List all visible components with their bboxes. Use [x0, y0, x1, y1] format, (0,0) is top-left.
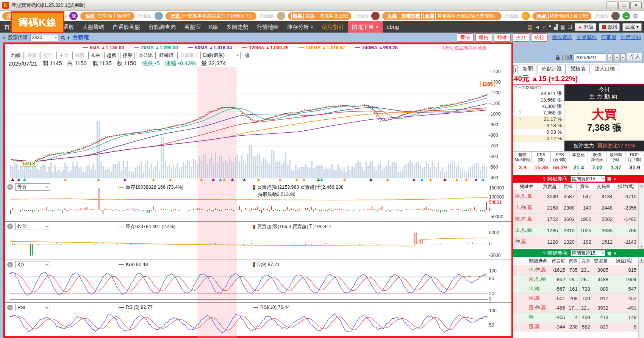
broker-col-header[interactable]: 交易量	[593, 183, 614, 191]
chevron-down-icon[interactable]: ∨	[613, 177, 616, 182]
broker-col-header[interactable]: 交易量	[592, 257, 610, 265]
help-icon[interactable]: ?	[543, 176, 546, 182]
megaphone-icon[interactable]: ◄	[535, 24, 540, 30]
checkin-button[interactable]: 簽到	[599, 23, 620, 31]
period-select[interactable]: 日線(還原)▾	[200, 52, 241, 59]
broker-row[interactable]: 囤,作,贏-48617...22...3932-491	[513, 303, 638, 313]
close-button[interactable]: ✕	[630, 2, 642, 9]
stock-tag[interactable]: 良維	[386, 13, 398, 19]
chat-icon[interactable]: ❝	[549, 24, 551, 30]
subbar-button-看法[interactable]: 看法	[457, 33, 474, 42]
toolbar-button-布林[interactable]: 布林	[88, 52, 103, 59]
close-panel-icon[interactable]: ✕	[7, 224, 13, 229]
indicator-select[interactable]: RSI▾	[15, 304, 50, 311]
main-candlestick-panel[interactable]: 1185 500.3	[5, 67, 511, 182]
broker-row[interactable]: 出,輸-567161728889547	[513, 284, 638, 294]
splitter-handle[interactable]: ▼	[513, 172, 644, 175]
toolbar-button-融資[interactable]: 融資	[72, 52, 87, 59]
investment-trust-panel[interactable]: ✕投信▾庫存623764.401 (2.4%)買賣超(張)166.3 買賣超(千…	[5, 221, 511, 260]
schedule-icon[interactable]: ▦	[560, 24, 565, 30]
broker-col-header[interactable]: 買賣超	[540, 183, 560, 191]
indicator-select[interactable]: 外資▾	[15, 183, 50, 191]
toolbar-button-均線[interactable]: 均線	[9, 52, 23, 59]
stats-icon[interactable]: ▟	[554, 24, 558, 30]
toolbar-button-投信[interactable]: 投信	[41, 52, 55, 59]
broker-col-header[interactable]: 賣張	[579, 257, 592, 265]
candlestick-canvas[interactable]	[5, 67, 511, 182]
nav-item-K線[interactable]: K線	[205, 21, 222, 33]
stock-name[interactable]: 台積電	[73, 34, 89, 41]
nav-item-使用指引[interactable]: 使用指引	[317, 21, 348, 33]
upgrade-button[interactable]: ▲升級	[575, 23, 596, 31]
broker-col-header[interactable]: 關鍵券	[513, 183, 540, 191]
subbar-link-交易屬性[interactable]: 交易屬性	[577, 34, 597, 41]
chart-settings-gear-icon[interactable]: ⚙	[245, 52, 250, 59]
today-button[interactable]: 今天	[627, 53, 642, 61]
toolbar-button-本益比[interactable]: 本益比	[136, 52, 156, 59]
broker-row[interactable]: 輸-4054409413149	[513, 313, 638, 322]
buy-range-select[interactable]: 區間買超15▾	[571, 176, 605, 182]
toolbar-button-趨勢[interactable]: 趨勢	[104, 52, 119, 59]
subbar-button-主力[interactable]: 主力	[513, 33, 529, 42]
help-icon[interactable]: ?	[543, 250, 546, 256]
chat-message[interactable]: 毅嘉震盪，洗洗再北上吧	[288, 12, 352, 20]
date-next-button[interactable]: ▸	[621, 53, 625, 61]
nav-item-看盤室[interactable]: 看盤室	[180, 21, 205, 33]
subbar-link-行事曆[interactable]: 行事曆	[601, 34, 617, 41]
stock-code-input[interactable]: 2330 ▾	[30, 34, 58, 41]
broker-col-header[interactable]: 賣張	[576, 183, 593, 191]
broker-col-header[interactable]: 損益(萬)	[614, 183, 638, 191]
toolbar-button-紅綠燈[interactable]: 紅綠燈	[157, 52, 177, 59]
broker-row[interactable]: 出,作,贏-161573523...3085915	[513, 265, 638, 275]
broker-col-header[interactable]: 損益(萬)	[610, 257, 638, 265]
indicator-select[interactable]: 投信▾	[15, 223, 50, 230]
nav-item-分點調查局[interactable]: 分點調查局	[144, 21, 180, 33]
stock-tag[interactable]: 金居	[423, 13, 436, 19]
subbar-link-個股資訊[interactable]: 個股資訊	[552, 34, 572, 41]
note-icon[interactable]: ▤	[527, 24, 532, 30]
broker-row[interactable]: 囤,贏-501208709917452	[513, 294, 638, 303]
nav-item-庫存分析[interactable]: 庫存分析∨	[283, 21, 317, 33]
back-icon[interactable]: ‹	[3, 34, 5, 41]
add-stock-button[interactable]: +	[67, 34, 70, 41]
chat-message[interactable]: 良維加權指數金居黃老照每天都說隔天要發動...	[382, 12, 501, 20]
chevron-down-icon[interactable]: ∨	[613, 251, 616, 256]
broker-col-header[interactable]: 買張	[560, 183, 576, 191]
broker-row[interactable]: 出,作,贏216823081402448-2356	[513, 202, 638, 214]
nav-item-多圖走勢[interactable]: 多圖走勢	[222, 21, 253, 33]
subbar-button-體檢[interactable]: 體檢	[494, 33, 511, 42]
minimize-button[interactable]: —	[606, 2, 617, 9]
tab-新聞[interactable]: 新聞	[519, 64, 536, 74]
search-icon[interactable]	[61, 36, 64, 39]
toolbar-button-外資[interactable]: 外資	[25, 52, 39, 59]
nav-item-ebug[interactable]: ebug	[383, 21, 403, 33]
highlighted-nav-chouma-kline[interactable]: 籌碼K線	[11, 11, 64, 33]
subbar-button-報告[interactable]: 報告	[475, 33, 492, 42]
grid-view-icon[interactable]: ▦	[607, 250, 611, 256]
tab-體檢表[interactable]: 體檢表	[567, 64, 590, 74]
broker-row[interactable]: 囤,贏-3442385828208	[513, 322, 638, 332]
lock-icon[interactable]	[556, 57, 560, 60]
stock-tag[interactable]: 加權指數	[400, 13, 422, 19]
broker-row[interactable]: 囤,作,輸-85218...26...44881604	[513, 275, 638, 284]
nav-item-行情地圖[interactable]: 行情地圖	[253, 21, 283, 33]
help-icon[interactable]: ?	[513, 117, 521, 122]
date-dropdown-icon[interactable]: ▾	[608, 53, 613, 61]
stock-tag[interactable]: 智通	[169, 13, 181, 19]
headset-icon[interactable]: ∩	[542, 24, 546, 30]
help-icon[interactable]: ?	[513, 111, 521, 115]
close-panel-icon[interactable]: ✕	[7, 184, 13, 190]
subbar-button-哈拉[interactable]: 哈拉	[531, 33, 548, 42]
tab-分點追蹤[interactable]: 分點追蹤	[538, 64, 566, 74]
stock-tag[interactable]: 佰研	[84, 13, 96, 19]
toolbar-button-撐壓[interactable]: 撐壓	[120, 52, 135, 59]
indicator-select[interactable]: KD▾	[15, 261, 50, 268]
close-panel-icon[interactable]: ✕	[7, 262, 13, 268]
rsi-indicator-panel[interactable]: ✕RSI▾RSI(5) 82.77RSI(10) 76.44	[5, 302, 511, 338]
close-panel-icon[interactable]: ✕	[7, 305, 13, 310]
broker-row[interactable]: 囤,作,贏1702360219005502-1460	[513, 214, 638, 225]
stock-tag[interactable]: 毅嘉	[291, 13, 304, 19]
foreign-investor-panel[interactable]: ✕外資▾庫存19038828.166 (73.4%)買賣超(張)2153.963…	[5, 182, 511, 221]
date-prev-button[interactable]: ◂	[614, 53, 619, 61]
broker-col-header[interactable]: 關鍵券商	[527, 257, 550, 265]
